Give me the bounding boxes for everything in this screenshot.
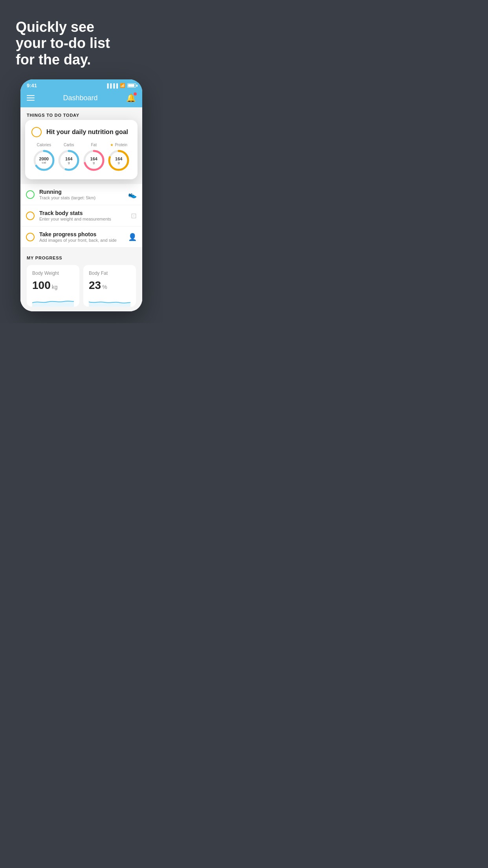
calories-label: Calories	[37, 143, 51, 147]
nutrition-card: Hit your daily nutrition goal Calories	[25, 120, 138, 179]
running-text: Running Track your stats (target: 5km)	[39, 189, 123, 200]
carbs-ring: 164 g	[57, 149, 81, 172]
body-weight-card[interactable]: Body Weight 100kg	[27, 265, 79, 307]
nutrition-card-title-row: Hit your daily nutrition goal	[31, 127, 131, 137]
nutrition-card-title: Hit your daily nutrition goal	[46, 129, 128, 136]
progress-heading: MY PROGRESS	[27, 256, 136, 260]
protein-star-icon: ★	[110, 143, 114, 147]
nutrition-circles-row: Calories 2000 cal	[31, 143, 131, 172]
body-stats-check-circle	[26, 211, 35, 220]
body-fat-unit: %	[102, 284, 107, 290]
body-stats-icon: ⊡	[131, 211, 137, 220]
battery-icon	[127, 83, 136, 88]
protein-value: 164 g	[115, 156, 122, 165]
notification-dot	[134, 92, 137, 96]
status-icons: ▐▐▐▐ 📶	[106, 83, 136, 88]
carbs-value: 164 g	[65, 156, 72, 165]
signal-icon: ▐▐▐▐	[106, 83, 118, 88]
things-to-do-header: THINGS TO DO TODAY	[20, 107, 142, 121]
nutrition-protein: ★ Protein 164 g	[107, 143, 130, 172]
body-weight-value: 100kg	[32, 279, 74, 292]
carbs-label: Carbs	[64, 143, 74, 147]
calories-ring: 2000 cal	[32, 149, 56, 172]
progress-section: MY PROGRESS Body Weight 100kg	[20, 248, 142, 311]
calories-value: 2000 cal	[39, 156, 49, 165]
hero-heading: Quickly see your to-do list for the day.	[16, 19, 147, 68]
app-outer: Quickly see your to-do list for the day.…	[0, 0, 163, 323]
photos-check-circle	[26, 233, 35, 241]
running-check-circle	[26, 190, 35, 199]
protein-ring: 164 g	[107, 149, 130, 172]
status-bar: 9:41 ▐▐▐▐ 📶	[20, 79, 142, 90]
todo-item-running[interactable]: Running Track your stats (target: 5km) 👟	[20, 184, 142, 205]
body-stats-name: Track body stats	[39, 210, 126, 216]
status-time: 9:41	[27, 83, 37, 88]
running-icon: 👟	[128, 190, 137, 199]
running-name: Running	[39, 189, 123, 195]
body-fat-card[interactable]: Body Fat 23%	[83, 265, 136, 307]
photos-name: Take progress photos	[39, 231, 123, 237]
protein-label: ★ Protein	[110, 143, 127, 147]
nutrition-calories: Calories 2000 cal	[32, 143, 56, 172]
nav-title: Dashboard	[63, 94, 97, 102]
body-fat-chart	[89, 295, 130, 307]
photos-text: Take progress photos Add images of your …	[39, 231, 123, 243]
notification-bell-button[interactable]: 🔔	[126, 93, 136, 103]
body-weight-unit: kg	[52, 284, 58, 290]
nutrition-carbs: Carbs 164 g	[57, 143, 81, 172]
photos-icon: 👤	[128, 233, 137, 241]
photos-sub: Add images of your front, back, and side	[39, 238, 123, 243]
fat-value: 164 g	[90, 156, 97, 165]
fat-label: Fat	[91, 143, 97, 147]
nav-bar: Dashboard 🔔	[20, 90, 142, 107]
body-stats-text: Track body stats Enter your weight and m…	[39, 210, 126, 221]
app-content: THINGS TO DO TODAY Hit your daily nutrit…	[20, 107, 142, 311]
body-fat-value: 23%	[89, 279, 130, 292]
progress-cards-row: Body Weight 100kg Body Fat	[27, 265, 136, 307]
todo-item-body-stats[interactable]: Track body stats Enter your weight and m…	[20, 205, 142, 226]
fat-ring: 164 g	[82, 149, 106, 172]
todo-item-photos[interactable]: Take progress photos Add images of your …	[20, 226, 142, 248]
body-weight-chart	[32, 295, 74, 307]
running-sub: Track your stats (target: 5km)	[39, 195, 123, 200]
nutrition-fat: Fat 164 g	[82, 143, 106, 172]
phone-frame: 9:41 ▐▐▐▐ 📶 Dashboard 🔔 THINGS TO DO TOD…	[20, 79, 142, 311]
nutrition-check-circle[interactable]	[31, 127, 42, 137]
body-fat-title: Body Fat	[89, 270, 130, 276]
menu-button[interactable]	[27, 95, 35, 101]
body-weight-title: Body Weight	[32, 270, 74, 276]
hero-text-section: Quickly see your to-do list for the day.	[0, 0, 163, 79]
body-stats-sub: Enter your weight and measurements	[39, 217, 126, 221]
todo-list: Running Track your stats (target: 5km) 👟…	[20, 184, 142, 248]
wifi-icon: 📶	[120, 83, 125, 88]
